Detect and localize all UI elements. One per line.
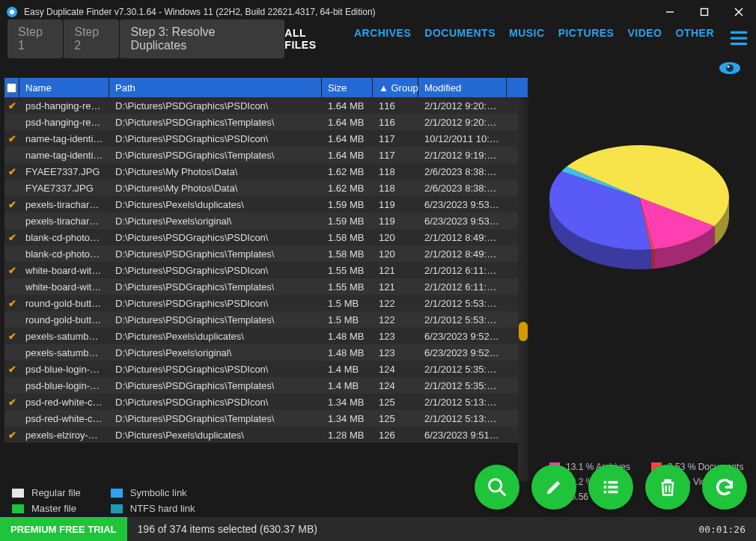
select-all-checkbox[interactable] [7,83,16,93]
cell-group: 118 [373,183,418,194]
cell-size: 1.5 MB [322,298,373,309]
table-row[interactable]: pexels-tirachard-ku...D:\Pictures\Pexels… [4,213,528,229]
cell-size: 1.64 MB [322,133,373,144]
column-modified[interactable]: Modified [418,78,507,97]
table-row[interactable]: FYAE7337.JPGD:\Pictures\My Photos\Data\1… [4,180,528,196]
table-row[interactable]: ✔white-board-with-...D:\Pictures\PSDGrap… [4,262,528,278]
edit-button[interactable] [531,465,576,510]
row-check[interactable]: ✔ [4,133,19,144]
close-button[interactable] [722,0,756,24]
sort-indicator-icon: ▲ [379,82,388,94]
list-button[interactable] [588,465,633,510]
cell-group: 119 [373,216,418,227]
checkmark-icon: ✔ [8,298,16,309]
filter-pictures[interactable]: Pictures [558,27,615,51]
table-row[interactable]: ✔pexels-satumbo-16...D:\Pictures\Pexels\… [4,328,528,344]
row-check[interactable]: ✔ [4,100,19,111]
table-row[interactable]: ✔psd-hanging-red-si...D:\Pictures\PSDGra… [4,97,528,114]
table-row[interactable]: ✔round-gold-button-...D:\Pictures\PSDGra… [4,295,528,311]
row-check[interactable]: ✔ [4,397,19,408]
table-row[interactable]: pexels-satumbo-16...D:\Pictures\Pexels\o… [4,344,528,361]
filter-documents[interactable]: Documents [424,27,496,51]
row-check[interactable]: ✔ [4,265,19,276]
cell-group: 126 [373,430,418,441]
cell-name: pexels-satumbo-16... [19,347,109,358]
row-check[interactable]: ✔ [4,331,19,342]
filter-other[interactable]: Other [676,27,715,51]
svg-rect-3 [701,9,708,16]
table-row[interactable]: ✔pexels-tirachard-ku...D:\Pictures\Pexel… [4,196,528,213]
filter-all[interactable]: All files [284,27,341,51]
cell-modified: 2/1/2012 5:35:32... [418,380,507,391]
svg-rect-14 [609,486,618,489]
toolbar [0,60,756,78]
table-row[interactable]: ✔psd-blue-login-box...D:\Pictures\PSDGra… [4,361,528,377]
column-group[interactable]: ▲ Group [373,78,418,97]
checkmark-icon: ✔ [8,199,16,210]
column-name[interactable]: Name [19,78,109,97]
table-row[interactable]: psd-red-white-chris...D:\Pictures\PSDGra… [4,410,528,427]
search-button[interactable] [475,465,519,510]
undo-button[interactable] [702,465,747,510]
cell-size: 1.4 MB [322,380,373,391]
row-check[interactable]: ✔ [4,199,19,210]
table-row[interactable]: round-gold-button-...D:\Pictures\PSDGrap… [4,311,528,328]
table-row[interactable]: name-tag-identifica...D:\Pictures\PSDGra… [4,147,528,163]
cell-size: 1.48 MB [322,331,373,342]
row-check[interactable]: ✔ [4,232,19,243]
table-row[interactable]: ✔pexels-elziroy-porte...D:\Pictures\Pexe… [4,427,528,443]
ntfs-link-swatch [111,504,123,513]
regular-file-swatch [12,489,24,498]
filter-archives[interactable]: Archives [354,27,411,51]
cell-path: D:\Pictures\My Photos\Data\ [109,166,322,177]
row-check[interactable]: ✔ [4,364,19,375]
tab-step3[interactable]: Step 3: Resolve Duplicates [120,19,284,58]
cell-group: 119 [373,199,418,210]
filter-music[interactable]: Music [509,27,545,51]
scrollbar-thumb[interactable] [519,322,528,341]
cell-name: psd-hanging-red-si... [19,117,109,128]
svg-line-10 [500,490,505,495]
cell-size: 1.59 MB [322,199,373,210]
minimize-button[interactable] [653,0,687,24]
maximize-button[interactable] [687,0,722,24]
delete-button[interactable] [645,465,690,510]
checkmark-icon: ✔ [8,430,16,441]
cell-path: D:\Pictures\PSDGraphics\Templates\ [109,117,322,128]
cell-path: D:\Pictures\Pexels\duplicates\ [109,430,322,441]
table-row[interactable]: psd-hanging-red-si...D:\Pictures\PSDGrap… [4,114,528,130]
cell-name: name-tag-identifica... [19,133,109,144]
column-spacer [507,78,528,97]
cell-modified: 2/1/2012 5:35:32... [418,364,507,375]
table-row[interactable]: ✔FYAEE7337.JPGD:\Pictures\My Photos\Data… [4,163,528,180]
tab-step1[interactable]: Step 1 [7,19,63,58]
row-check[interactable]: ✔ [4,166,19,177]
cell-group: 122 [373,298,418,309]
table-row[interactable]: white-board-with-...D:\Pictures\PSDGraph… [4,278,528,295]
svg-point-8 [728,65,730,67]
menu-button[interactable] [729,28,749,50]
chart-panel: 13.1 % Archives 0.53 % Documents 49.2 % … [534,78,756,517]
column-checkbox[interactable] [4,78,19,97]
header: Step 1 Step 2 Step 3: Resolve Duplicates… [0,24,756,60]
svg-rect-11 [604,481,607,484]
row-check[interactable]: ✔ [4,430,19,441]
column-path[interactable]: Path [109,78,322,97]
trial-badge[interactable]: PREMIUM FREE TRIAL [0,517,127,541]
cell-name: pexels-tirachard-ku... [19,216,109,227]
table-row[interactable]: ✔psd-red-white-chris...D:\Pictures\PSDGr… [4,394,528,410]
table-row[interactable]: psd-blue-login-box...D:\Pictures\PSDGrap… [4,377,528,394]
cell-size: 1.48 MB [322,347,373,358]
cell-name: name-tag-identifica... [19,150,109,161]
cell-group: 120 [373,232,418,243]
table-row[interactable]: ✔name-tag-identifica...D:\Pictures\PSDGr… [4,130,528,147]
table-row[interactable]: ✔blank-cd-photosho...D:\Pictures\PSDGrap… [4,229,528,245]
scrollbar[interactable] [518,97,528,481]
tab-step2[interactable]: Step 2 [64,19,119,58]
row-check[interactable]: ✔ [4,298,19,309]
table-row[interactable]: blank-cd-photosho...D:\Pictures\PSDGraph… [4,245,528,262]
column-size[interactable]: Size [322,78,373,97]
cell-modified: 2/1/2012 5:13:50... [418,397,507,408]
filter-video[interactable]: Video [627,27,662,51]
eye-icon[interactable] [719,61,741,77]
